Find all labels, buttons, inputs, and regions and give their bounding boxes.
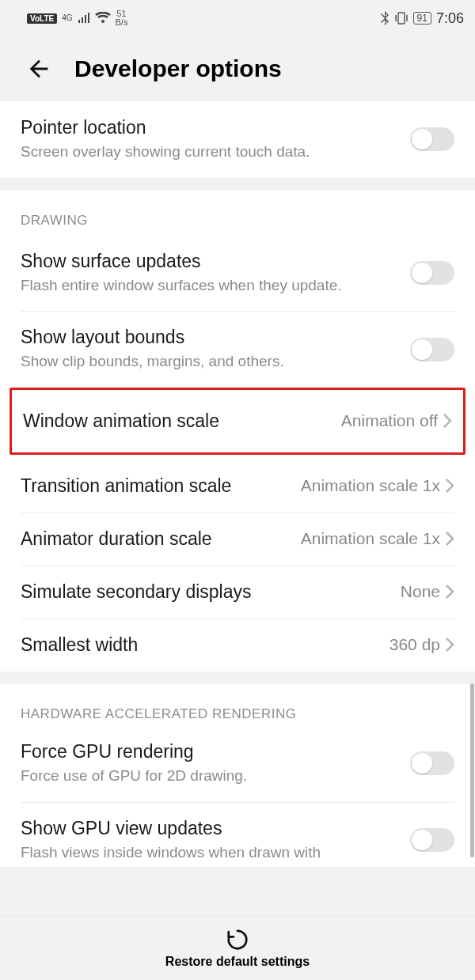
row-window-animation-scale[interactable]: Window animation scale Animation off [12,390,463,452]
row-smallest-width[interactable]: Smallest width 360 dp [0,619,475,672]
clock: 7:06 [436,10,464,27]
row-subtitle: Flash entire window surfaces when they u… [21,275,410,296]
row-title: Simulate secondary displays [21,581,401,603]
battery-level: 91 [417,13,428,24]
list-block-drawing: Drawing Show surface updates Flash entir… [0,191,475,672]
volte-badge: VoLTE [27,13,57,24]
scrollbar-thumb[interactable] [470,683,474,857]
chevron-right-icon [445,531,454,547]
back-arrow-icon [25,55,52,82]
section-header-drawing: Drawing [0,191,475,229]
chevron-right-icon [445,584,454,600]
page-title: Developer options [74,55,282,82]
row-show-gpu-view-updates[interactable]: Show GPU view updates Flash views inside… [0,802,475,868]
restore-icon [226,928,249,952]
row-title: Show layout bounds [21,327,410,348]
net-speed-unit: B/s [116,18,128,27]
status-right: 91 7:06 [380,10,464,27]
section-gap [0,672,475,684]
footer-restore[interactable]: Restore default settings [0,915,475,980]
row-transition-animation-scale[interactable]: Transition animation scale Animation sca… [0,455,475,513]
row-show-surface-updates[interactable]: Show surface updates Flash entire window… [0,229,475,312]
chevron-right-icon [443,413,452,429]
toggle-pointer-location[interactable] [410,127,454,151]
row-title: Window animation scale [23,411,341,432]
highlight-window-animation: Window animation scale Animation off [10,388,466,455]
signal-icon [78,13,90,24]
toggle-force-gpu[interactable] [410,751,454,775]
row-simulate-secondary-displays[interactable]: Simulate secondary displays None [0,566,475,619]
row-value: Animation scale 1x [301,529,440,548]
chevron-right-icon [445,478,454,494]
toggle-layout-bounds[interactable] [410,338,454,361]
list-block-hw: Hardware Accelerated Rendering Force GPU… [0,684,475,867]
row-value: Animation off [341,411,438,430]
row-subtitle: Force use of GPU for 2D drawing. [21,766,410,786]
network-type: 4G [62,14,72,22]
battery-icon: 91 [413,12,431,25]
footer-label: Restore default settings [165,955,310,969]
wifi-icon [95,12,111,25]
content: Pointer location Screen overlay showing … [0,101,475,915]
bluetooth-icon [380,11,390,25]
row-force-gpu-rendering[interactable]: Force GPU rendering Force use of GPU for… [0,722,475,802]
toggle-surface-updates[interactable] [410,261,454,285]
section-header-hw: Hardware Accelerated Rendering [0,684,475,722]
row-value: Animation scale 1x [301,476,440,495]
app-header: Developer options [0,36,475,101]
row-value: None [401,582,440,601]
row-title: Pointer location [21,117,410,138]
back-button[interactable] [22,52,55,85]
row-value: 360 dp [390,635,440,654]
row-animator-duration-scale[interactable]: Animator duration scale Animation scale … [0,513,475,566]
row-title: Show GPU view updates [21,818,410,839]
status-left: VoLTE 4G 51 B/s [27,9,127,27]
net-speed: 51 B/s [116,9,128,27]
row-subtitle: Screen overlay showing current touch dat… [21,142,410,162]
toggle-gpu-view-updates[interactable] [410,828,454,852]
section-gap [0,178,475,191]
chevron-right-icon [445,637,454,653]
row-title: Animator duration scale [21,528,301,550]
row-show-layout-bounds[interactable]: Show layout bounds Show clip bounds, mar… [0,311,475,388]
row-title: Smallest width [21,634,390,656]
status-bar: VoLTE 4G 51 B/s 91 7:06 [0,0,475,36]
row-title: Show surface updates [21,251,410,272]
row-title: Transition animation scale [21,475,301,497]
vibrate-icon [394,12,408,25]
row-subtitle: Show clip bounds, margins, and others. [21,351,410,372]
screen: VoLTE 4G 51 B/s 91 7:06 [0,0,475,980]
row-pointer-location[interactable]: Pointer location Screen overlay showing … [0,101,475,178]
row-title: Force GPU rendering [21,741,410,762]
row-subtitle: Flash views inside windows when drawn wi… [21,842,410,863]
svg-rect-0 [398,13,405,24]
list-block-top: Pointer location Screen overlay showing … [0,101,475,178]
